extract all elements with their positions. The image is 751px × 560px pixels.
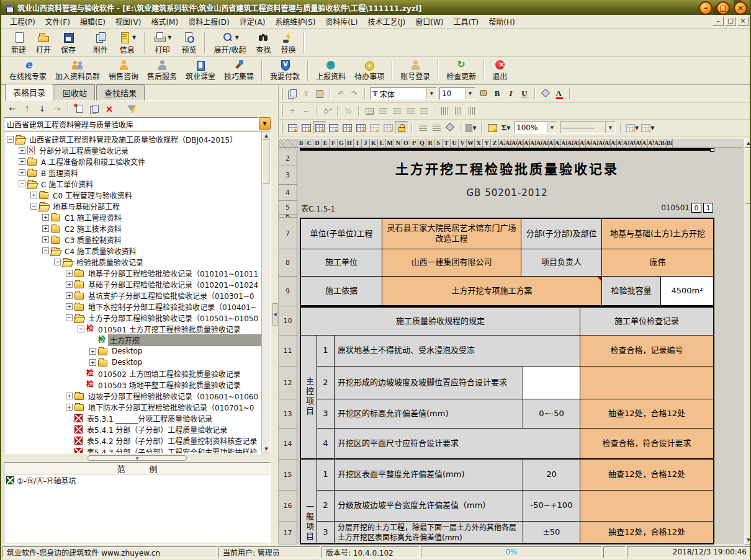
column-header[interactable]: AU: [623, 139, 629, 148]
vertical-bottom-button[interactable]: [465, 104, 479, 118]
row-header[interactable]: 13: [279, 399, 297, 429]
column-header[interactable]: AM: [573, 139, 580, 148]
italic-button[interactable]: I: [504, 87, 518, 100]
tree-item[interactable]: +地基子分部工程检验批验收记录（010101~01011: [4, 267, 270, 278]
tree-item[interactable]: −C4 施工质量验收资料: [4, 245, 270, 256]
cell-capacity-label[interactable]: 检验批容量: [602, 277, 661, 305]
cell-value[interactable]: -50~+100: [523, 491, 580, 522]
vertical-splitter[interactable]: ◀: [272, 85, 278, 543]
cell-record[interactable]: 抽查12处，合格12处: [580, 460, 713, 491]
menu-item-12[interactable]: 帮助(H): [483, 14, 519, 29]
tree-item[interactable]: 检土方开挖: [4, 334, 270, 345]
tree-item[interactable]: +分部分项工程质量验收记录: [4, 144, 270, 156]
column-header[interactable]: G: [338, 139, 346, 148]
form-title[interactable]: 土方开挖工程检验批质量验收记录: [300, 151, 714, 185]
restore-button[interactable]: □: [716, 1, 730, 15]
column-header[interactable]: AW: [636, 139, 642, 148]
expand-icon[interactable]: +: [66, 404, 73, 411]
cell-value[interactable]: 20: [523, 460, 580, 491]
split-cell-button[interactable]: [326, 121, 340, 135]
insert-row-button[interactable]: +: [286, 104, 299, 118]
zoom-select[interactable]: 100%▼: [514, 122, 557, 134]
tree-item[interactable]: +边坡子分部工程检验批验收记录（010601~01060: [4, 390, 270, 401]
cell-record[interactable]: [580, 491, 713, 522]
menu-item-10[interactable]: 窗口(W): [410, 14, 448, 29]
column-header[interactable]: S: [434, 139, 443, 148]
merge-cells-button[interactable]: [313, 121, 326, 135]
column-header[interactable]: AR: [605, 139, 611, 148]
new-form-button[interactable]: [72, 102, 87, 116]
row-header[interactable]: 15: [279, 460, 297, 491]
toolbar-grip[interactable]: [281, 105, 283, 117]
copy-button[interactable]: [286, 87, 299, 100]
column-header[interactable]: Y: [483, 139, 491, 148]
undo-button[interactable]: ↶: [334, 87, 348, 100]
column-header[interactable]: AJ: [555, 139, 561, 148]
row-header[interactable]: 9: [279, 277, 297, 306]
cell-no[interactable]: 2: [317, 491, 335, 522]
menu-item-11[interactable]: 工具(T): [449, 14, 484, 29]
cell-record[interactable]: 抽查12处，合格12处: [580, 522, 713, 543]
cell-record[interactable]: 检查合格，符合设计要求: [580, 429, 713, 460]
tree-item[interactable]: −地基与基础分部工程: [4, 200, 270, 211]
align-right-button[interactable]: [403, 104, 417, 118]
cell-requirement[interactable]: 分级放坡边坡平台宽度允许偏差值（mm）: [335, 491, 523, 522]
column-header[interactable]: BA: [660, 139, 667, 148]
insert-row-above-button[interactable]: [340, 121, 354, 135]
tree-item[interactable]: 检010502 土方回填工程检验批质量验收记录: [4, 368, 270, 379]
todo-button[interactable]: 待办事项: [350, 58, 389, 83]
cell-requirement[interactable]: 分层开挖的土方工程，除最下面一层土方外的其他各层土方开挖区表面标高允许偏差值(m…: [335, 522, 523, 543]
column-header[interactable]: F: [330, 139, 338, 148]
tree-item[interactable]: +C3 质量控制资料: [4, 234, 270, 245]
replace-button[interactable]: 替换: [276, 30, 300, 56]
column-header[interactable]: N: [394, 139, 402, 148]
expand-icon[interactable]: +: [30, 192, 37, 198]
column-header[interactable]: AO: [586, 139, 592, 148]
scroll-down-icon[interactable]: ▼: [744, 536, 751, 544]
expand-icon[interactable]: +: [42, 225, 49, 232]
row-header[interactable]: 14: [279, 429, 297, 460]
menu-item-8[interactable]: 资料库(L): [320, 14, 362, 29]
column-header[interactable]: AD: [518, 139, 524, 148]
column-header[interactable]: D: [313, 139, 322, 148]
cell-requirement[interactable]: 开挖区的平面尺寸应符合设计要求: [335, 429, 580, 460]
collapse-icon[interactable]: −: [7, 136, 14, 143]
row-header[interactable]: 17: [279, 522, 297, 544]
collapse-icon[interactable]: −: [42, 247, 49, 254]
menu-item-6[interactable]: 评定(A): [235, 14, 271, 29]
scroll-up-icon[interactable]: ▲: [744, 139, 751, 148]
border-color-button[interactable]: ▼: [624, 121, 640, 135]
tree-item[interactable]: 表5.4.3 分部（子分部）工程安全和主要功能抽样检: [4, 446, 270, 454]
column-header[interactable]: AY: [648, 139, 654, 148]
cell-record[interactable]: 检查合格，记录编号: [580, 336, 713, 367]
menu-item-1[interactable]: 文件(F): [40, 14, 75, 29]
column-header[interactable]: AL: [567, 139, 573, 148]
paste-button[interactable]: [313, 87, 326, 100]
cell-subdivision-value[interactable]: 地基与基础(土方)土方开挖: [602, 219, 713, 249]
tree-item[interactable]: +A 工程准备阶段和竣工验收文件: [4, 156, 270, 167]
tree-scrollbar[interactable]: ▲ ▼: [261, 131, 270, 453]
collapse-icon[interactable]: −: [66, 314, 73, 321]
row-header[interactable]: 11: [279, 336, 297, 367]
tree-item[interactable]: −土方子分部工程检验批验收记录（010501~01050: [4, 312, 270, 323]
collapse-icon[interactable]: −: [19, 180, 25, 187]
cell-capacity-value[interactable]: 4500m²: [661, 277, 713, 305]
collapse-left-panel-button[interactable]: ◀: [272, 303, 277, 326]
column-header[interactable]: AQ: [598, 139, 605, 148]
dropdown-arrow-icon[interactable]: ▼: [132, 35, 136, 40]
expand-icon[interactable]: +: [42, 214, 49, 221]
cell-no[interactable]: 4: [317, 429, 335, 460]
row-header[interactable]: 12: [279, 367, 297, 399]
expand-icon[interactable]: +: [19, 169, 25, 176]
row-header[interactable]: 10: [279, 306, 297, 336]
check-update-button[interactable]: 检查更新: [442, 58, 480, 83]
cell-subdivision-label[interactable]: 分部(子分部)及部位: [521, 219, 602, 249]
column-header[interactable]: AZ: [654, 139, 660, 148]
tree-item[interactable]: +C0 工程管理与验收资料: [4, 189, 270, 200]
menu-item-2[interactable]: 编辑(E): [75, 14, 110, 29]
tree-item[interactable]: +地下防水子分部工程检验批验收记录（010701~0: [4, 401, 270, 412]
column-header[interactable]: T: [443, 139, 451, 148]
row-header[interactable]: 16: [279, 491, 297, 522]
doc-number[interactable]: 010501: [661, 203, 690, 212]
nav-forward-button[interactable]: →: [50, 102, 65, 116]
